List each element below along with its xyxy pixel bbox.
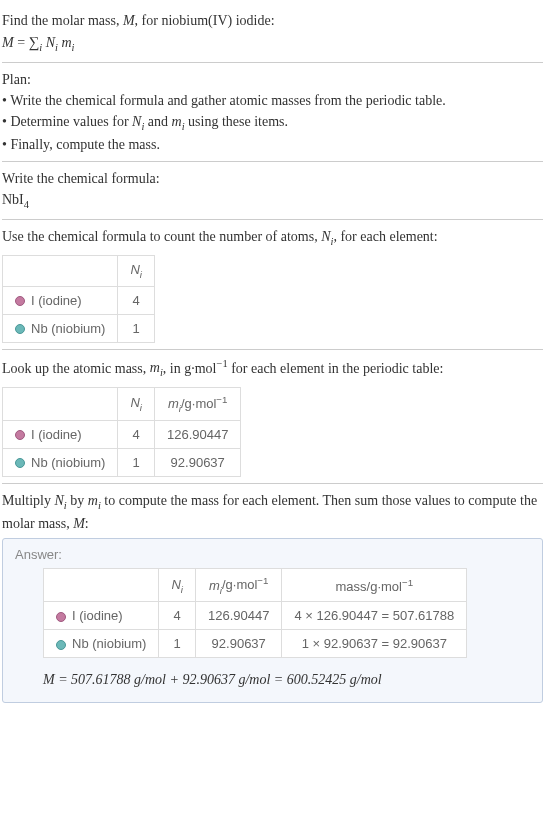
plan-bullet-1: • Determine values for Ni and mi using t… xyxy=(2,111,543,135)
n-cell: 4 xyxy=(118,286,155,314)
chemical-formula-sub: 4 xyxy=(24,199,29,210)
answer-table: Ni mi/g·mol−1 mass/g·mol−1 I (iodine) 4 … xyxy=(43,568,467,658)
table-row: Nb (niobium) 1 92.90637 1 × 92.90637 = 9… xyxy=(44,630,467,658)
element-cell: I (iodine) xyxy=(3,286,118,314)
m-cell: 126.90447 xyxy=(154,420,240,448)
n-cell: 4 xyxy=(118,420,155,448)
mass-table: Ni mi/g·mol−1 I (iodine) 4 126.90447 Nb … xyxy=(2,387,241,477)
plan-bullet-2: • Finally, compute the mass. xyxy=(2,134,543,155)
header-blank xyxy=(3,387,118,420)
table-row: Nb (niobium) 1 92.90637 xyxy=(3,448,241,476)
element-label: I (iodine) xyxy=(31,293,82,308)
count-table: Ni I (iodine) 4 Nb (niobium) 1 xyxy=(2,255,155,343)
element-cell: Nb (niobium) xyxy=(3,314,118,342)
m-cell: 92.90637 xyxy=(154,448,240,476)
plan-heading: Plan: xyxy=(2,69,543,90)
header-blank xyxy=(44,569,159,602)
header-mi: mi/g·mol−1 xyxy=(154,387,240,420)
plan-section: Plan: • Write the chemical formula and g… xyxy=(2,62,543,162)
element-cell: I (iodine) xyxy=(3,420,118,448)
count-heading: Use the chemical formula to count the nu… xyxy=(2,226,543,250)
n-cell: 1 xyxy=(118,448,155,476)
intro-line1: Find the molar mass, M, for niobium(IV) … xyxy=(2,10,543,31)
header-ni: Ni xyxy=(118,387,155,420)
element-dot-icon xyxy=(56,612,66,622)
element-dot-icon xyxy=(15,296,25,306)
element-cell: Nb (niobium) xyxy=(3,448,118,476)
chemical-formula: NbI4 xyxy=(2,189,543,213)
chemical-formula-section: Write the chemical formula: NbI4 xyxy=(2,161,543,219)
n-cell: 1 xyxy=(118,314,155,342)
mass-cell: 4 × 126.90447 = 507.61788 xyxy=(282,602,467,630)
mass-cell: 1 × 92.90637 = 92.90637 xyxy=(282,630,467,658)
table-header-row: Ni mi/g·mol−1 mass/g·mol−1 xyxy=(44,569,467,602)
n-cell: 4 xyxy=(159,602,196,630)
header-mass: mass/g·mol−1 xyxy=(282,569,467,602)
element-cell: I (iodine) xyxy=(44,602,159,630)
count-section: Use the chemical formula to count the nu… xyxy=(2,219,543,349)
header-mi: mi/g·mol−1 xyxy=(195,569,281,602)
m-cell: 126.90447 xyxy=(195,602,281,630)
answer-label: Answer: xyxy=(15,547,530,562)
element-label: Nb (niobium) xyxy=(31,455,105,470)
n-cell: 1 xyxy=(159,630,196,658)
element-label: Nb (niobium) xyxy=(31,321,105,336)
chemical-formula-heading: Write the chemical formula: xyxy=(2,168,543,189)
header-ni: Ni xyxy=(159,569,196,602)
element-dot-icon xyxy=(15,324,25,334)
element-dot-icon xyxy=(15,458,25,468)
table-header-row: Ni xyxy=(3,256,155,287)
table-row: Nb (niobium) 1 xyxy=(3,314,155,342)
element-label: I (iodine) xyxy=(72,608,123,623)
element-label: I (iodine) xyxy=(31,427,82,442)
header-ni: Ni xyxy=(118,256,155,287)
intro-formula: M = ∑i Ni mi xyxy=(2,31,543,56)
multiply-section: Multiply Ni by mi to compute the mass fo… xyxy=(2,483,543,709)
element-dot-icon xyxy=(56,640,66,650)
table-row: I (iodine) 4 126.90447 4 × 126.90447 = 5… xyxy=(44,602,467,630)
multiply-heading: Multiply Ni by mi to compute the mass fo… xyxy=(2,490,543,535)
answer-final: M = 507.61788 g/mol + 92.90637 g/mol = 6… xyxy=(43,672,530,688)
plan-bullet-0: • Write the chemical formula and gather … xyxy=(2,90,543,111)
table-row: I (iodine) 4 xyxy=(3,286,155,314)
table-row: I (iodine) 4 126.90447 xyxy=(3,420,241,448)
mass-heading: Look up the atomic mass, mi, in g·mol−1 … xyxy=(2,356,543,381)
answer-box: Answer: Ni mi/g·mol−1 mass/g·mol−1 I (io… xyxy=(2,538,543,703)
mass-section: Look up the atomic mass, mi, in g·mol−1 … xyxy=(2,349,543,483)
element-dot-icon xyxy=(15,430,25,440)
header-blank xyxy=(3,256,118,287)
m-cell: 92.90637 xyxy=(195,630,281,658)
chemical-formula-main: NbI xyxy=(2,192,24,207)
intro-section: Find the molar mass, M, for niobium(IV) … xyxy=(2,4,543,62)
element-label: Nb (niobium) xyxy=(72,636,146,651)
element-cell: Nb (niobium) xyxy=(44,630,159,658)
table-header-row: Ni mi/g·mol−1 xyxy=(3,387,241,420)
